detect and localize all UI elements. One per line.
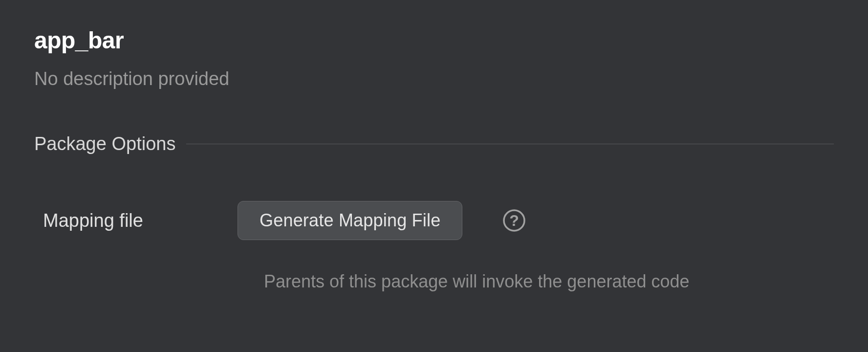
mapping-file-hint-row: Parents of this package will invoke the … bbox=[34, 271, 834, 292]
section-divider bbox=[186, 144, 834, 144]
mapping-file-row: Mapping file Generate Mapping File ? bbox=[34, 201, 834, 240]
section-header: Package Options bbox=[34, 133, 834, 154]
package-title: app_bar bbox=[34, 27, 834, 54]
package-description: No description provided bbox=[34, 68, 834, 89]
generate-mapping-file-button[interactable]: Generate Mapping File bbox=[238, 201, 462, 240]
help-icon[interactable]: ? bbox=[502, 209, 526, 232]
mapping-file-hint: Parents of this package will invoke the … bbox=[264, 271, 834, 292]
question-mark-circle-icon: ? bbox=[502, 209, 526, 232]
svg-text:?: ? bbox=[510, 212, 520, 229]
mapping-file-label: Mapping file bbox=[43, 210, 238, 231]
section-title: Package Options bbox=[34, 133, 175, 154]
